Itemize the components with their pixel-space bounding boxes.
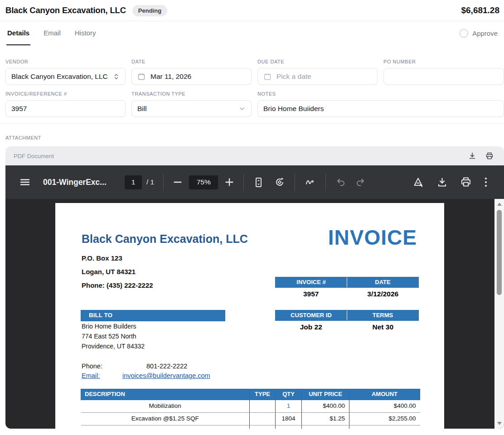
approve-button[interactable]: Approve <box>460 21 498 45</box>
bill-to-email-link[interactable]: invoices@buildervantage.com <box>122 372 210 380</box>
approve-label: Approve <box>472 29 498 37</box>
customer-id-value: Job 22 <box>275 321 347 333</box>
page-title: Black Canyon Excavation, LLC <box>5 5 126 15</box>
notes-input[interactable]: Brio Home Buiiders <box>257 100 504 117</box>
rotate-icon[interactable] <box>274 176 286 188</box>
tab-bar: Details Email History Approve <box>0 21 504 45</box>
select-chevrons-icon <box>113 73 120 80</box>
print-attachment-icon[interactable] <box>485 152 494 160</box>
line-item-row-clipped <box>81 425 420 429</box>
page-total: / 1 <box>146 178 154 186</box>
invoice-number-value: 3957 <box>275 288 347 300</box>
po-number-field-group: PO NUMBER <box>383 59 504 85</box>
terms-value: Net 30 <box>347 321 419 333</box>
toolbar-divider <box>163 174 164 191</box>
download-attachment-icon[interactable] <box>468 152 476 160</box>
app-header: Black Canyon Excavation, LLC Pending $6,… <box>0 0 504 21</box>
calendar-icon <box>263 72 271 81</box>
calendar-icon <box>137 72 145 81</box>
line-item-row: Mobilization 1 $400.00 $400.00 <box>81 400 420 413</box>
undo-icon[interactable] <box>335 177 346 188</box>
po-number-input[interactable] <box>383 68 504 85</box>
vendor-field-group: VENDOR Black Canyon Excavation, LLC <box>5 59 126 85</box>
attachment-panel: PDF Document 001-WingerExc... 1 / 1 75% <box>5 146 504 429</box>
tab-details[interactable]: Details <box>6 21 30 45</box>
notes-label: NOTES <box>257 91 504 97</box>
invoice-number-date-table: INVOICE # DATE 3957 3/12/2026 <box>275 277 419 300</box>
po-number-label: PO NUMBER <box>383 59 504 64</box>
date-label: DATE <box>131 59 252 64</box>
redo-icon[interactable] <box>355 177 366 188</box>
toolbar-divider <box>325 174 326 191</box>
scroll-up-icon[interactable] <box>497 203 502 206</box>
bill-to-phone-value: 801-222-2222 <box>146 362 187 370</box>
total-amount: $6,681.28 <box>461 5 499 15</box>
invoice-company-address: P.O. Box 123 Logan, UT 84321 Phone: (435… <box>82 251 153 292</box>
scroll-down-icon[interactable] <box>497 422 502 425</box>
zoom-out-icon[interactable] <box>173 177 183 187</box>
menu-icon[interactable] <box>19 176 31 188</box>
more-options-icon[interactable] <box>484 176 488 188</box>
invoice-line-items-table: DESCRIPTION TYPE QTY UNIT PRICE AMOUNT M… <box>81 389 420 429</box>
vendor-select[interactable]: Black Canyon Excavation, LLC <box>5 68 126 85</box>
invoice-ref-input[interactable]: 3957 <box>5 100 126 117</box>
invoice-page: Black Canyon Excavation, LLC INVOICE P.O… <box>55 203 444 429</box>
date-field-group: DATE Mar 11, 2026 <box>131 59 252 85</box>
invoice-doc-title: INVOICE <box>328 225 417 251</box>
pdf-document-bar: PDF Document <box>5 146 504 165</box>
attachment-section-label: ATTACHMENT <box>5 135 504 140</box>
approve-radio-icon[interactable] <box>460 29 468 38</box>
pdf-document-label: PDF Document <box>14 153 54 160</box>
toolbar-divider <box>295 174 295 191</box>
pdf-toolbar: 001-WingerExc... 1 / 1 75% <box>5 165 504 199</box>
fit-to-page-icon[interactable] <box>253 177 264 188</box>
section-divider <box>0 123 504 124</box>
bill-form: VENDOR Black Canyon Excavation, LLC DATE… <box>0 59 504 117</box>
page-number-input[interactable]: 1 <box>125 175 142 189</box>
customer-id-terms-table: CUSTOMER ID TERMS Job 22 Net 30 <box>275 310 419 333</box>
bill-to-email-label: Email: <box>82 372 100 380</box>
transaction-type-select[interactable]: Bill <box>131 100 252 117</box>
line-items-header-row: DESCRIPTION TYPE QTY UNIT PRICE AMOUNT <box>81 389 420 400</box>
bill-to-address: Brio Home Builders 774 East 525 North Pr… <box>82 322 145 352</box>
pdf-filename: 001-WingerExc... <box>43 178 123 187</box>
toolbar-divider <box>243 174 244 191</box>
transaction-type-label: TRANSACTION TYPE <box>131 91 252 97</box>
print-icon[interactable] <box>460 176 472 188</box>
status-badge: Pending <box>132 5 167 16</box>
vendor-label: VENDOR <box>5 59 126 64</box>
due-date-label: DUE DATE <box>257 59 378 64</box>
notes-field-group: NOTES Brio Home Buiiders <box>257 91 504 117</box>
due-date-field-group: DUE DATE Pick a date <box>257 59 378 85</box>
due-date-picker[interactable]: Pick a date <box>257 68 378 85</box>
download-icon[interactable] <box>436 177 448 188</box>
pdf-viewer: Black Canyon Excavation, LLC INVOICE P.O… <box>5 199 504 429</box>
date-picker[interactable]: Mar 11, 2026 <box>131 68 252 85</box>
chevron-down-icon <box>238 105 246 112</box>
invoice-company-name: Black Canyon Excavation, LLC <box>82 232 248 246</box>
transaction-type-field-group: TRANSACTION TYPE Bill <box>131 91 252 117</box>
scrollbar-thumb[interactable] <box>497 210 502 295</box>
invoice-ref-field-group: INVOICE/REFERENCE # 3957 <box>5 91 126 117</box>
text-annotation-icon[interactable] <box>412 176 424 188</box>
bill-to-phone-label: Phone: <box>82 362 102 370</box>
tab-history[interactable]: History <box>74 21 97 45</box>
zoom-level[interactable]: 75% <box>189 175 218 189</box>
invoice-date-value: 3/12/2026 <box>347 288 419 300</box>
invoice-ref-label: INVOICE/REFERENCE # <box>5 91 126 97</box>
pdf-scrollbar[interactable] <box>494 199 504 429</box>
draw-annotation-icon[interactable] <box>304 176 316 188</box>
line-item-row: Excavation @$1.25 SQF 1804 $1.25 $2,255.… <box>81 413 420 425</box>
bill-to-header: BILL TO <box>81 310 225 321</box>
tab-email[interactable]: Email <box>43 21 62 45</box>
zoom-in-icon[interactable] <box>224 177 234 187</box>
